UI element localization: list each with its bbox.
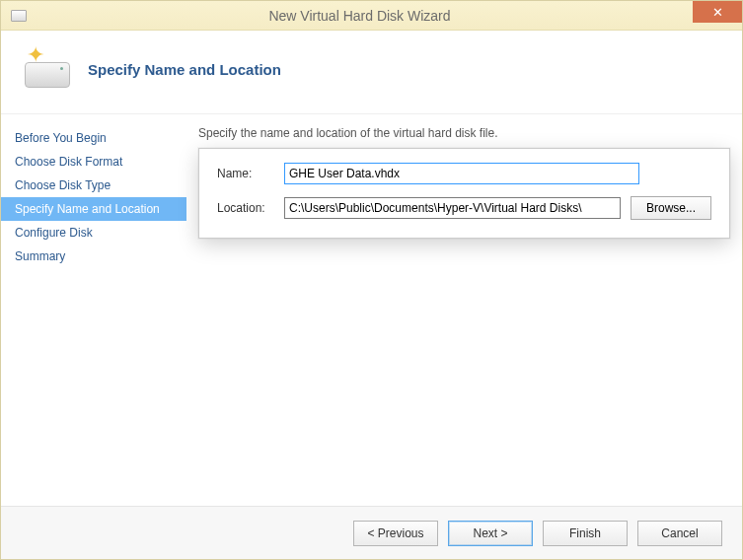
cancel-button[interactable]: Cancel — [637, 521, 722, 546]
wizard-footer: < Previous Next > Finish Cancel — [1, 506, 742, 559]
sidebar-item-label: Choose Disk Type — [15, 178, 111, 192]
wizard-body: Before You Begin Choose Disk Format Choo… — [1, 114, 742, 501]
sidebar-item-label: Before You Begin — [15, 131, 107, 145]
hdd-wizard-icon: ✦ — [23, 44, 72, 94]
wizard-window: New Virtual Hard Disk Wizard ✕ ✦ Specify… — [0, 0, 743, 560]
page-title: Specify Name and Location — [88, 61, 281, 78]
sidebar-item-label: Configure Disk — [15, 226, 93, 240]
location-row: Location: Browse... — [217, 196, 711, 220]
sidebar-item-choose-disk-type[interactable]: Choose Disk Type — [1, 174, 186, 197]
sidebar-item-choose-disk-format[interactable]: Choose Disk Format — [1, 150, 186, 174]
sidebar-item-label: Choose Disk Format — [15, 155, 122, 169]
next-button[interactable]: Next > — [448, 521, 533, 546]
finish-button[interactable]: Finish — [543, 521, 628, 546]
previous-button[interactable]: < Previous — [353, 521, 438, 546]
close-button[interactable]: ✕ — [693, 1, 742, 23]
sidebar-item-specify-name-location[interactable]: Specify Name and Location — [1, 197, 186, 221]
sidebar-item-configure-disk[interactable]: Configure Disk — [1, 221, 186, 245]
sidebar-item-label: Summary — [15, 249, 65, 263]
close-icon: ✕ — [712, 5, 723, 20]
browse-button[interactable]: Browse... — [631, 196, 711, 220]
sidebar-item-before-you-begin[interactable]: Before You Begin — [1, 126, 186, 150]
sidebar-item-label: Specify Name and Location — [15, 202, 160, 216]
form-panel: Name: Location: Browse... — [198, 148, 730, 239]
sidebar-item-summary[interactable]: Summary — [1, 245, 186, 268]
name-row: Name: — [217, 163, 711, 184]
location-label: Location: — [217, 201, 274, 215]
disk-icon — [11, 10, 27, 22]
window-title: New Virtual Hard Disk Wizard — [27, 8, 742, 24]
name-input[interactable] — [284, 163, 639, 184]
titlebar[interactable]: New Virtual Hard Disk Wizard ✕ — [1, 1, 742, 31]
wizard-steps-sidebar: Before You Begin Choose Disk Format Choo… — [1, 114, 186, 501]
location-input[interactable] — [284, 197, 621, 219]
wizard-header: ✦ Specify Name and Location — [1, 31, 742, 114]
instruction-text: Specify the name and location of the vir… — [198, 126, 724, 146]
name-label: Name: — [217, 167, 274, 180]
wizard-main: Specify the name and location of the vir… — [186, 114, 742, 501]
